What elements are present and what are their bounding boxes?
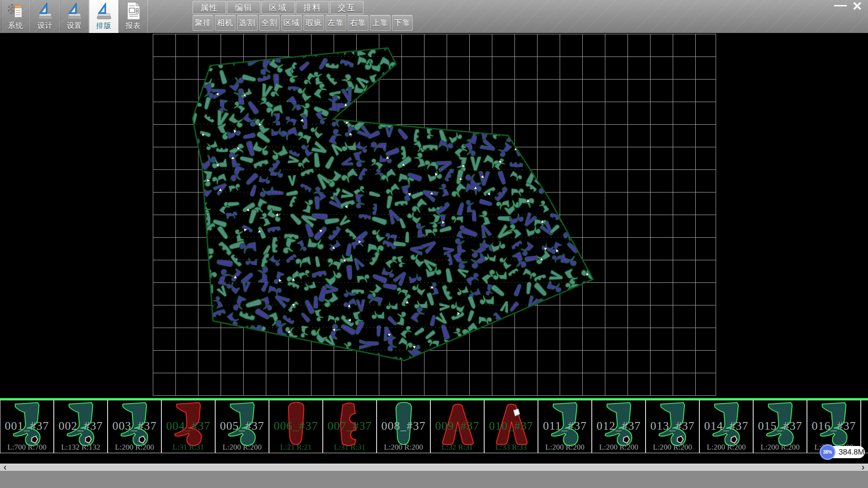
close-button[interactable]: ✕ bbox=[850, 0, 864, 14]
part-thumbnail[interactable]: 005_#37L:200 R:200 bbox=[215, 400, 269, 453]
toolbar-button-label: 报表 bbox=[126, 21, 141, 31]
action-button-相机[interactable]: 相机 bbox=[215, 15, 236, 31]
scroll-right-arrow[interactable]: › bbox=[859, 463, 867, 469]
part-shape bbox=[380, 401, 428, 448]
part-thumbnail[interactable]: 007_#37L:31 R:31 bbox=[323, 400, 377, 453]
part-shape bbox=[541, 401, 590, 448]
part-shape bbox=[703, 401, 751, 448]
menu-tab-属性[interactable]: 属性 bbox=[193, 1, 226, 14]
part-shape bbox=[3, 401, 52, 448]
part-shape bbox=[272, 401, 321, 448]
action-button-聚排[interactable]: 聚排 bbox=[193, 15, 213, 31]
action-button-全割[interactable]: 全割 bbox=[259, 15, 280, 31]
action-button-选割[interactable]: 选割 bbox=[237, 15, 258, 31]
gear-document-icon bbox=[6, 1, 25, 20]
part-shape bbox=[756, 401, 805, 448]
menu-tab-编辑[interactable]: 编辑 bbox=[227, 1, 260, 14]
action-button-区域[interactable]: 区域 bbox=[281, 15, 302, 31]
part-thumbnail[interactable]: 009_#37L:32 R:31 bbox=[430, 400, 484, 453]
part-thumbnail[interactable]: 010_#37L:33 R:33 bbox=[484, 400, 538, 453]
part-thumbnail[interactable]: 015_#37L:200 R:200 bbox=[753, 400, 807, 453]
part-thumbnail[interactable]: 003_#37L:200 R:200 bbox=[108, 400, 161, 453]
menu-tab-区域[interactable]: 区域 bbox=[261, 1, 295, 14]
menu-tab-排料[interactable]: 排料 bbox=[296, 1, 329, 14]
part-shape bbox=[810, 401, 859, 448]
toolbar-button-系统[interactable]: 系统 bbox=[1, 0, 30, 33]
toolbar-button-排版[interactable]: 排版 bbox=[89, 0, 118, 33]
part-shape bbox=[864, 401, 868, 448]
ruler-icon bbox=[65, 1, 84, 20]
part-shape bbox=[218, 401, 267, 448]
part-thumbnail[interactable]: 008_#37L:200 R:200 bbox=[377, 400, 430, 453]
part-thumbnail[interactable]: 014_#37L:200 R:200 bbox=[699, 400, 753, 453]
action-button-右靠[interactable]: 右靠 bbox=[348, 15, 368, 31]
nesting-canvas-area[interactable] bbox=[0, 33, 868, 399]
part-shape bbox=[326, 401, 374, 448]
part-shape bbox=[111, 401, 159, 448]
ruler-icon bbox=[94, 1, 113, 20]
part-thumbnail[interactable]: 006_#37L:21 R:21 bbox=[269, 400, 323, 453]
toolbar-button-label: 排版 bbox=[96, 21, 112, 31]
toolbar-button-label: 设计 bbox=[38, 21, 53, 31]
action-button-下靠[interactable]: 下靠 bbox=[392, 15, 413, 31]
part-shape bbox=[595, 401, 643, 448]
part-thumbnail-strip: 001_#37L:700 R:700002_#37L:132 R:132003_… bbox=[0, 400, 868, 453]
horizontal-scrollbar[interactable]: ‹ › bbox=[0, 464, 868, 471]
toolbar-button-设计[interactable]: 设计 bbox=[30, 0, 60, 33]
part-shape bbox=[649, 401, 697, 448]
part-thumbnail[interactable]: 011_#37L:200 R:200 bbox=[538, 400, 592, 453]
status-bar bbox=[0, 471, 868, 488]
scroll-left-arrow[interactable]: ‹ bbox=[1, 463, 9, 469]
report-icon bbox=[124, 1, 143, 20]
leather-hide-nesting bbox=[0, 33, 868, 399]
action-button-左靠[interactable]: 左靠 bbox=[326, 15, 346, 31]
part-thumbnail[interactable]: 004_#37L:31 R:31 bbox=[161, 400, 215, 453]
menu-tab-交互[interactable]: 交互 bbox=[330, 1, 363, 14]
part-thumbnail[interactable]: 016_#37L:200 R:200 bbox=[807, 400, 861, 453]
menu-tab-bar: 属性编辑区域排料交互 bbox=[193, 1, 364, 14]
toolbar-button-label: 设置 bbox=[67, 21, 82, 31]
toolbar-button-设置[interactable]: 设置 bbox=[60, 0, 89, 33]
progress-percent-badge: 38% bbox=[820, 444, 835, 460]
part-thumbnail[interactable]: 012_#37L:200 R:200 bbox=[592, 400, 646, 453]
top-toolbar: 系统设计设置排版报表 属性编辑区域排料交互 聚排相机选割全割区域瑕疵左靠右靠上靠… bbox=[0, 0, 868, 33]
part-thumbnail[interactable]: 002_#37L:132 R:132 bbox=[54, 400, 108, 453]
memory-usage-label: 384.8M bbox=[839, 448, 864, 457]
toolbar-button-label: 系统 bbox=[8, 21, 24, 31]
part-thumbnail[interactable]: 001_#37L:700 R:700 bbox=[0, 400, 54, 453]
toolbar-button-报表[interactable]: 报表 bbox=[118, 0, 148, 33]
application-window: 系统设计设置排版报表 属性编辑区域排料交互 聚排相机选割全割区域瑕疵左靠右靠上靠… bbox=[0, 0, 868, 488]
part-thumbnail-partial[interactable] bbox=[861, 400, 868, 453]
progress-badge: 38% 384.8M bbox=[820, 446, 865, 458]
action-button-瑕疵[interactable]: 瑕疵 bbox=[303, 15, 324, 31]
minimize-button[interactable]: — bbox=[834, 0, 847, 12]
action-button-bar: 聚排相机选割全割区域瑕疵左靠右靠上靠下靠 bbox=[193, 15, 414, 31]
part-shape bbox=[434, 401, 482, 448]
part-thumbnail[interactable]: 013_#37L:200 R:200 bbox=[646, 400, 699, 453]
part-shape bbox=[165, 401, 213, 448]
main-toolbar-buttons: 系统设计设置排版报表 bbox=[1, 0, 148, 33]
part-shape bbox=[57, 401, 105, 448]
ruler-icon bbox=[36, 1, 55, 20]
part-shape bbox=[487, 401, 536, 448]
action-button-上靠[interactable]: 上靠 bbox=[370, 15, 391, 31]
